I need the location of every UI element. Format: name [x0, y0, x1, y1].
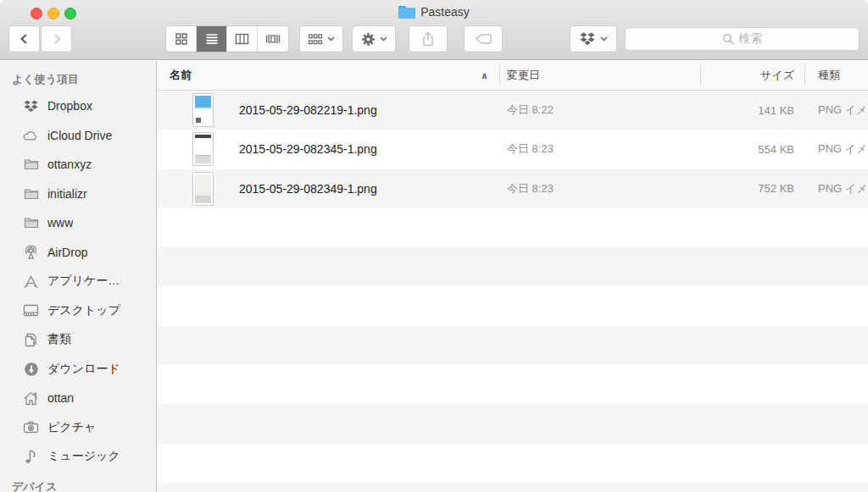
- file-name-cell: 2015-05-29-082219-1.png: [157, 93, 500, 127]
- column-view-button[interactable]: [227, 26, 258, 52]
- sort-ascending-icon: ∧: [481, 70, 488, 81]
- column-header-date-modified[interactable]: 変更日: [500, 61, 701, 90]
- search-input[interactable]: 検索: [625, 27, 860, 51]
- empty-row: [157, 483, 868, 492]
- sidebar-item-dropbox[interactable]: Dropbox: [0, 91, 156, 121]
- chevron-down-icon: [327, 36, 335, 41]
- search-icon: [722, 33, 735, 46]
- coverflow-view-button[interactable]: [258, 26, 288, 52]
- file-thumbnail-icon: [192, 132, 214, 166]
- file-thumbnail-icon: [192, 172, 214, 206]
- file-date-modified: 今日 8:22: [500, 102, 701, 118]
- tag-icon: [475, 33, 492, 45]
- file-name-cell: 2015-05-29-082349-1.png: [157, 172, 500, 206]
- icloud-icon: [23, 127, 39, 143]
- list-view-button[interactable]: [197, 26, 227, 52]
- folder-icon: [23, 215, 39, 231]
- empty-row: [157, 404, 868, 443]
- titlebar[interactable]: Pasteasy: [0, 0, 868, 24]
- finder-window: Pasteasy: [0, 0, 868, 492]
- sidebar-section-header: よく使う項目: [12, 71, 156, 88]
- documents-icon: [23, 332, 39, 348]
- sidebar-item-[interactable]: アプリケー…: [0, 267, 156, 296]
- file-name: 2015-05-29-082345-1.png: [239, 142, 377, 156]
- file-size: 554 KB: [701, 143, 805, 156]
- empty-row: [157, 326, 868, 365]
- sidebar-item-[interactable]: ダウンロード: [0, 355, 156, 384]
- sidebar-item-[interactable]: デスクトップ: [0, 296, 156, 326]
- share-button[interactable]: [409, 25, 448, 53]
- downloads-icon: [23, 361, 39, 377]
- back-button[interactable]: [8, 25, 40, 53]
- folder-icon: [23, 185, 39, 202]
- sidebar-item-label: initializr: [47, 187, 87, 201]
- folder-icon: [23, 157, 39, 173]
- sidebar-item-label: AirDrop: [47, 246, 87, 259]
- window-title: Pasteasy: [420, 5, 470, 19]
- action-button[interactable]: [352, 25, 396, 53]
- sidebar-item-[interactable]: ピクチャ: [0, 413, 156, 443]
- file-size: 752 KB: [701, 182, 805, 195]
- view-mode-control: [165, 25, 289, 53]
- sidebar: よく使う項目DropboxiCloud Driveottanxyzinitial…: [0, 61, 157, 492]
- dropbox-toolbar-button[interactable]: [570, 25, 617, 53]
- sidebar-item-ottan[interactable]: ottan: [0, 384, 156, 413]
- sidebar-item-label: ミュージック: [47, 449, 120, 464]
- empty-row: [157, 208, 868, 247]
- icon-view-button[interactable]: [166, 26, 197, 52]
- sidebar-item-label: ottanxyz: [47, 158, 92, 171]
- window-title-area: Pasteasy: [0, 0, 868, 24]
- file-row[interactable]: 2015-05-29-082219-1.png今日 8:22141 KBPNG …: [157, 91, 868, 130]
- dropbox-icon: [579, 31, 596, 47]
- file-rows: 2015-05-29-082219-1.png今日 8:22141 KBPNG …: [157, 91, 868, 492]
- sidebar-item-airdrop[interactable]: AirDrop: [0, 238, 156, 268]
- file-row[interactable]: 2015-05-29-082345-1.png今日 8:23554 KBPNG …: [157, 130, 868, 169]
- arrange-icon: [308, 33, 323, 46]
- file-date-modified: 今日 8:23: [500, 141, 701, 157]
- column-header-name[interactable]: 名前 ∧: [157, 61, 500, 90]
- file-date-modified: 今日 8:23: [500, 181, 701, 196]
- forward-button[interactable]: [41, 25, 72, 53]
- gear-icon: [361, 32, 376, 47]
- desktop-icon: [23, 302, 39, 318]
- file-kind: PNG イメージ: [805, 141, 868, 157]
- toolbar: 検索: [0, 24, 868, 59]
- icon-view-icon: [175, 32, 188, 46]
- sidebar-item-label: Dropbox: [47, 99, 92, 113]
- home-icon: [23, 390, 39, 406]
- chevron-down-icon: [380, 36, 387, 41]
- file-name: 2015-05-29-082219-1.png: [239, 103, 377, 117]
- column-view-icon: [235, 32, 249, 46]
- file-kind: PNG イメージ: [805, 102, 868, 118]
- empty-row: [157, 247, 868, 286]
- sidebar-item-initializr[interactable]: initializr: [0, 180, 156, 209]
- chevron-left-icon: [18, 32, 31, 46]
- share-icon: [421, 31, 435, 47]
- sidebar-item-[interactable]: 書類: [0, 325, 156, 355]
- empty-row: [157, 365, 868, 404]
- folder-icon: [398, 6, 415, 19]
- tag-button[interactable]: [464, 25, 503, 53]
- file-name: 2015-05-29-082349-1.png: [239, 182, 377, 196]
- file-size: 141 KB: [701, 104, 805, 117]
- sidebar-item-label: デスクトップ: [47, 303, 120, 318]
- file-thumbnail-icon: [192, 93, 214, 127]
- sidebar-item-label: アプリケー…: [47, 274, 120, 289]
- arrange-button[interactable]: [299, 25, 343, 53]
- chevron-down-icon: [600, 36, 608, 41]
- music-icon: [23, 449, 39, 465]
- sidebar-item-label: 書類: [47, 332, 71, 347]
- sidebar-item-iclouddrive[interactable]: iCloud Drive: [0, 121, 156, 151]
- column-header-size[interactable]: サイズ: [701, 61, 805, 90]
- sidebar-item-[interactable]: ミュージック: [0, 442, 156, 472]
- column-headers: 名前 ∧ 変更日 サイズ 種類: [157, 61, 868, 91]
- file-kind: PNG イメージ: [805, 181, 868, 196]
- sidebar-item-www[interactable]: www: [0, 208, 156, 238]
- sidebar-item-label: ottan: [47, 391, 74, 405]
- applications-icon: [23, 274, 39, 290]
- sidebar-item-label: ピクチャ: [47, 420, 96, 435]
- column-header-kind[interactable]: 種類: [805, 61, 868, 90]
- coverflow-view-icon: [265, 32, 281, 46]
- file-row[interactable]: 2015-05-29-082349-1.png今日 8:23752 KBPNG …: [157, 169, 868, 208]
- sidebar-item-ottanxyz[interactable]: ottanxyz: [0, 150, 156, 180]
